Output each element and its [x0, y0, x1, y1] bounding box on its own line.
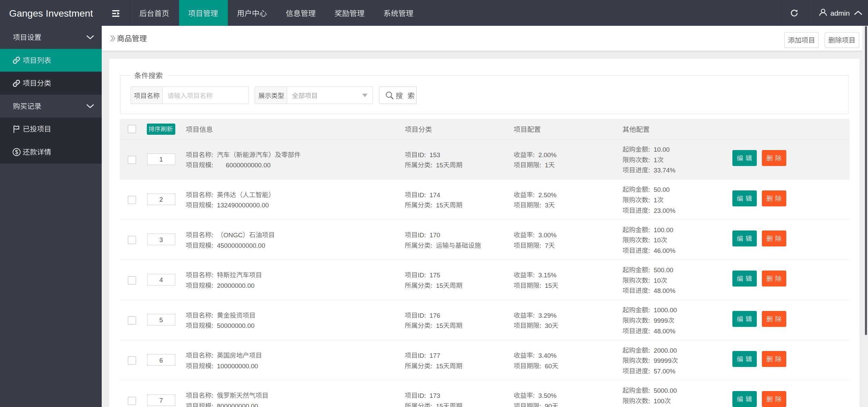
- svg-text:90: 90: [545, 403, 552, 407]
- svg-text:15: 15: [436, 362, 443, 369]
- svg-text:1: 1: [159, 156, 163, 163]
- svg-text:3.40%: 3.40%: [538, 352, 557, 359]
- svg-text:7: 7: [545, 242, 549, 249]
- svg-text:100: 100: [654, 397, 665, 404]
- svg-text:4: 4: [159, 276, 163, 283]
- svg-text:2.00%: 2.00%: [538, 151, 557, 158]
- svg-text:ID: ID: [418, 392, 424, 399]
- svg-text:5000.00: 5000.00: [654, 387, 677, 394]
- svg-text:174: 174: [430, 191, 440, 199]
- svg-text:9999: 9999: [654, 317, 668, 324]
- svg-text:800000000.00: 800000000.00: [217, 403, 258, 407]
- svg-text:ID: ID: [418, 312, 424, 319]
- svg-text:ONGC: ONGC: [223, 232, 243, 239]
- svg-text:15: 15: [436, 282, 443, 289]
- svg-text:132490000000.00: 132490000000.00: [217, 202, 269, 209]
- svg-text:48.00%: 48.00%: [654, 287, 676, 294]
- svg-text:500.00: 500.00: [654, 266, 673, 274]
- svg-text:46.00%: 46.00%: [654, 247, 676, 254]
- svg-text:10: 10: [654, 277, 661, 284]
- svg-text:6000000000.00: 6000000000.00: [226, 162, 271, 169]
- svg-text:15: 15: [436, 162, 443, 169]
- svg-text:2000.00: 2000.00: [654, 347, 677, 354]
- svg-text:50000000.00: 50000000.00: [217, 322, 255, 329]
- svg-text:177: 177: [430, 352, 440, 359]
- svg-text:ID: ID: [418, 232, 424, 239]
- svg-text:176: 176: [430, 312, 440, 319]
- svg-text:99999: 99999: [654, 357, 672, 364]
- svg-text:15: 15: [545, 282, 552, 289]
- svg-text:1: 1: [545, 162, 549, 169]
- svg-text:175: 175: [430, 272, 440, 279]
- svg-text:3.15%: 3.15%: [538, 272, 557, 279]
- svg-text:1: 1: [654, 156, 657, 163]
- svg-text:30: 30: [545, 322, 552, 329]
- svg-text:23.00%: 23.00%: [654, 207, 676, 214]
- svg-text:10.00: 10.00: [654, 146, 670, 153]
- svg-text:1: 1: [654, 197, 657, 204]
- svg-text:ID: ID: [418, 352, 424, 359]
- svg-text:45000000000.00: 45000000000.00: [217, 242, 265, 249]
- svg-text:60: 60: [545, 362, 552, 369]
- svg-text:170: 170: [430, 232, 440, 239]
- svg-text:153: 153: [430, 151, 440, 158]
- svg-text:15: 15: [436, 322, 443, 329]
- svg-text:3: 3: [159, 236, 163, 243]
- svg-text:7: 7: [159, 397, 163, 404]
- svg-text:15: 15: [436, 403, 443, 407]
- svg-text:2.50%: 2.50%: [538, 191, 557, 199]
- svg-text:2: 2: [159, 196, 163, 203]
- svg-text:5: 5: [159, 316, 163, 323]
- svg-text:ID: ID: [418, 272, 424, 279]
- svg-text:100000000.00: 100000000.00: [217, 362, 258, 369]
- svg-text:173: 173: [430, 392, 440, 399]
- svg-text:33.74%: 33.74%: [654, 167, 676, 174]
- svg-text:48.00%: 48.00%: [654, 327, 676, 334]
- svg-text:ID: ID: [418, 151, 424, 158]
- svg-text:1000.00: 1000.00: [654, 307, 677, 314]
- svg-text:3.00%: 3.00%: [538, 232, 557, 239]
- svg-text:100.00: 100.00: [654, 226, 673, 233]
- svg-text:ID: ID: [418, 191, 424, 199]
- svg-text:15: 15: [436, 202, 443, 209]
- svg-text:3.29%: 3.29%: [538, 312, 557, 319]
- svg-text:57.00%: 57.00%: [654, 368, 676, 375]
- svg-text:3.50%: 3.50%: [538, 392, 557, 399]
- svg-text:50.00: 50.00: [654, 186, 670, 193]
- svg-text:6: 6: [159, 356, 163, 364]
- svg-text:$: $: [15, 149, 18, 155]
- svg-text:20000000.00: 20000000.00: [217, 282, 255, 289]
- svg-text:10: 10: [654, 237, 661, 244]
- svg-text:3: 3: [545, 202, 549, 209]
